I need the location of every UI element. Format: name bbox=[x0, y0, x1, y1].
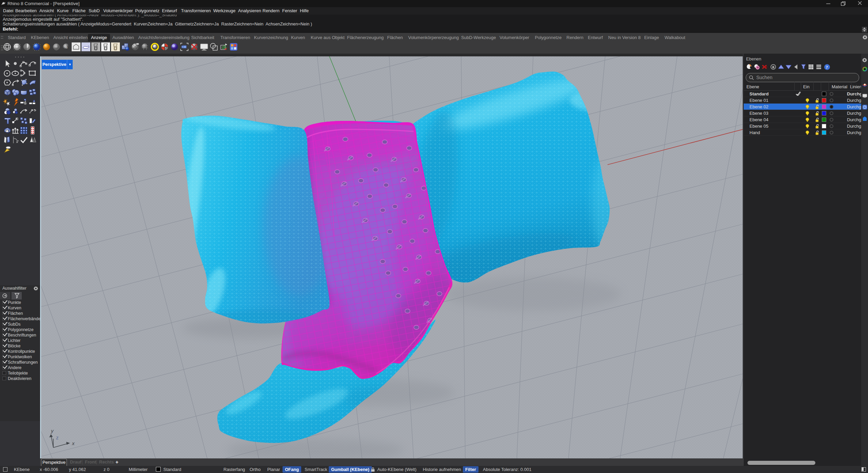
svg-text:?: ? bbox=[864, 106, 866, 109]
svg-text:?: ? bbox=[826, 65, 828, 70]
svg-text:z: z bbox=[56, 435, 59, 440]
svg-text:x: x bbox=[72, 440, 75, 446]
svg-text:%: % bbox=[64, 45, 68, 49]
svg-text:y: y bbox=[51, 428, 54, 434]
